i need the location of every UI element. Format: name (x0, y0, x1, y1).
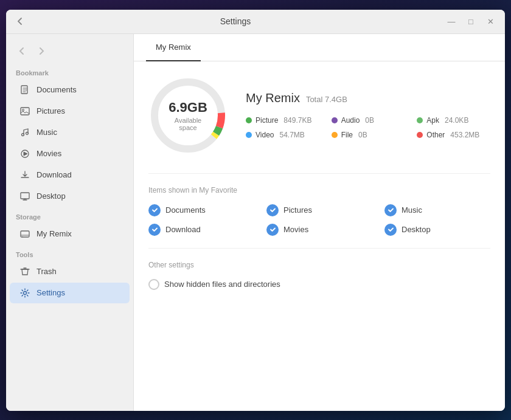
sidebar-item-label: Trash (36, 267, 57, 276)
sidebar-item-download[interactable]: Download (10, 165, 130, 185)
available-label: Available space (169, 117, 208, 131)
main-window: Settings — □ ✕ Bookmark (6, 10, 505, 411)
check-download[interactable] (148, 224, 161, 236)
settings-content: 6.9GB Available space My Remix Total 7.4… (134, 61, 505, 305)
nav-controls (6, 39, 133, 63)
audio-size: 0B (365, 116, 374, 125)
storage-info: My Remix Total 7.4GB Picture 849.7KB (246, 91, 490, 139)
favorite-label: Pictures (283, 205, 312, 215)
nav-forward-button[interactable] (33, 43, 50, 60)
svg-marker-6 (24, 152, 27, 156)
storage-donut: 6.9GB Available space (148, 76, 228, 155)
video-size: 54.7MB (279, 131, 304, 139)
apk-name: Apk (426, 116, 439, 125)
window-controls: — □ ✕ (444, 14, 498, 29)
svg-rect-7 (21, 193, 29, 199)
storage-item-video: Video 54.7MB (246, 131, 319, 139)
favorite-label: Desktop (401, 225, 431, 234)
sidebar-item-label: Pictures (36, 106, 65, 115)
hidden-files-label: Show hidden files and directories (164, 280, 280, 289)
available-gb: 6.9GB (169, 100, 208, 115)
sidebar-item-label: Settings (36, 288, 65, 297)
tab-my-remix[interactable]: My Remix (146, 34, 201, 61)
file-dot (332, 132, 338, 138)
other-name: Other (426, 131, 445, 139)
sidebar-item-settings[interactable]: Settings (10, 283, 130, 303)
apk-size: 24.0KB (445, 116, 468, 125)
tools-header: Tools (6, 245, 133, 261)
other-dot (417, 132, 423, 138)
svg-point-10 (22, 236, 23, 237)
other-settings-title: Other settings (148, 261, 490, 269)
sidebar-item-documents[interactable]: Documents (10, 80, 130, 100)
storage-item-picture: Picture 849.7KB (246, 116, 319, 125)
storage-item-file: File 0B (332, 131, 405, 139)
favorite-item-download: Download (148, 224, 254, 236)
maximize-button[interactable]: □ (464, 14, 478, 29)
sidebar-item-label: Download (36, 170, 72, 179)
titlebar: Settings — □ ✕ (6, 10, 505, 34)
svg-point-3 (22, 133, 24, 136)
storage-item-audio: Audio 0B (332, 116, 405, 125)
picture-dot (246, 117, 252, 123)
favorite-item-movies: Movies (266, 224, 372, 236)
tab-bar: My Remix (134, 34, 505, 61)
favorite-label: Download (165, 225, 201, 234)
sidebar-item-label: Movies (36, 149, 61, 158)
video-name: Video (255, 131, 274, 139)
check-pictures[interactable] (266, 204, 279, 216)
sidebar-item-movies[interactable]: Movies (10, 143, 130, 164)
bookmark-header: Bookmark (6, 63, 133, 79)
storage-grid: Picture 849.7KB Audio 0B Apk (246, 116, 490, 139)
sidebar-item-label: Desktop (36, 191, 66, 201)
sidebar: Bookmark Documents (6, 34, 134, 411)
window-title: Settings (27, 16, 444, 26)
storage-item-other: Other 453.2MB (417, 131, 490, 139)
favorite-item-pictures: Pictures (266, 204, 372, 216)
trash-icon (19, 266, 30, 277)
back-button[interactable] (13, 15, 27, 28)
favorites-grid: Documents Pictures Music (148, 204, 490, 236)
sidebar-item-music[interactable]: Music (10, 122, 130, 143)
sidebar-item-label: Documents (36, 85, 77, 94)
svg-point-11 (24, 291, 27, 294)
pictures-icon (19, 106, 30, 117)
music-icon (19, 127, 30, 138)
sidebar-item-label: Music (36, 128, 57, 137)
favorite-label: Movies (283, 225, 308, 234)
sidebar-item-pictures[interactable]: Pictures (10, 101, 130, 122)
sidebar-item-label: My Remix (36, 229, 72, 238)
svg-point-4 (26, 132, 29, 134)
check-documents[interactable] (148, 204, 161, 216)
storage-header: Storage (6, 207, 133, 223)
storage-total: Total 7.4GB (306, 95, 347, 104)
nav-back-button[interactable] (13, 43, 30, 60)
favorite-item-music: Music (384, 204, 490, 216)
sidebar-item-desktop[interactable]: Desktop (10, 186, 130, 207)
window-content: Bookmark Documents (6, 34, 505, 411)
picture-name: Picture (255, 116, 278, 125)
check-desktop[interactable] (384, 224, 397, 236)
favorite-label: Music (401, 205, 422, 215)
minimize-button[interactable]: — (444, 14, 459, 29)
other-size: 453.2MB (450, 131, 479, 139)
divider-1 (148, 173, 490, 174)
hidden-files-radio[interactable] (148, 279, 159, 290)
audio-dot (332, 117, 338, 123)
file-name: File (341, 131, 353, 139)
download-icon (19, 170, 30, 181)
check-music[interactable] (384, 204, 397, 216)
close-button[interactable]: ✕ (483, 14, 498, 29)
main-panel: My Remix 6.9GB (134, 34, 505, 411)
svg-rect-1 (21, 108, 29, 115)
settings-icon (19, 287, 30, 298)
picture-size: 849.7KB (283, 116, 311, 125)
check-movies[interactable] (266, 224, 279, 236)
svg-rect-8 (21, 231, 29, 237)
movies-icon (19, 148, 30, 159)
sidebar-item-myremix[interactable]: My Remix (10, 224, 130, 244)
document-icon (19, 84, 30, 95)
sidebar-item-trash[interactable]: Trash (10, 261, 130, 282)
storage-title: My Remix (246, 91, 300, 105)
video-dot (246, 132, 252, 138)
